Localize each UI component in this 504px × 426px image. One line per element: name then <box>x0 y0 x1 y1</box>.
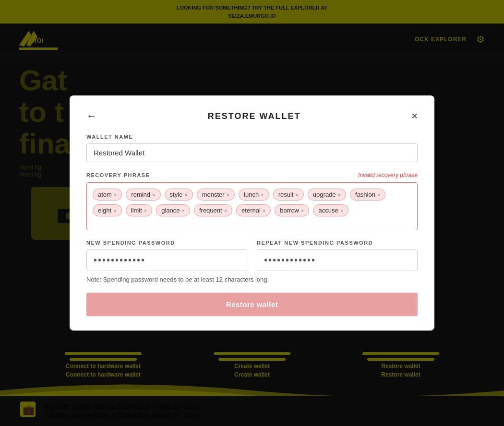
phrase-tag-limit[interactable]: limit × <box>126 204 153 216</box>
phrase-tag-result[interactable]: result × <box>273 189 304 201</box>
recovery-phrase-header: RECOVERY PHRASE Invalid recovery phrase <box>86 172 418 178</box>
repeat-password-col: REPEAT NEW SPENDING PASSWORD <box>257 240 418 271</box>
close-icon: × <box>411 110 418 122</box>
modal-overlay[interactable]: ← RESTORE WALLET × WALLET NAME RECOVERY … <box>0 0 504 426</box>
recovery-phrase-section: RECOVERY PHRASE Invalid recovery phrase … <box>86 172 418 230</box>
phrase-tag-eternal[interactable]: eternal × <box>236 204 271 216</box>
phrase-tag-style[interactable]: style × <box>165 189 193 201</box>
wallet-name-section: WALLET NAME <box>86 134 418 172</box>
remove-fashion-icon[interactable]: × <box>377 192 380 198</box>
restore-wallet-modal: ← RESTORE WALLET × WALLET NAME RECOVERY … <box>70 95 434 331</box>
recovery-phrase-label: RECOVERY PHRASE <box>86 172 150 178</box>
repeat-spending-password-input[interactable] <box>257 249 418 271</box>
remove-remind-icon[interactable]: × <box>152 192 155 198</box>
recovery-error-message: Invalid recovery phrase <box>358 172 418 178</box>
phrase-tag-fashion[interactable]: fashion × <box>350 189 385 201</box>
new-password-col: NEW SPENDING PASSWORD <box>86 240 247 271</box>
phrase-tag-eight[interactable]: eight × <box>93 204 122 216</box>
modal-header: ← RESTORE WALLET × <box>86 110 418 122</box>
repeat-password-label: REPEAT NEW SPENDING PASSWORD <box>257 240 418 246</box>
modal-title: RESTORE WALLET <box>97 111 411 121</box>
phrase-tag-borrow[interactable]: borrow × <box>275 204 309 216</box>
new-spending-password-input[interactable] <box>86 249 247 271</box>
new-password-label: NEW SPENDING PASSWORD <box>86 240 247 246</box>
back-arrow-icon: ← <box>86 110 97 122</box>
remove-eight-icon[interactable]: × <box>113 208 116 213</box>
remove-upgrade-icon[interactable]: × <box>338 192 341 198</box>
remove-limit-icon[interactable]: × <box>144 208 147 213</box>
remove-accuse-icon[interactable]: × <box>340 208 343 213</box>
modal-close-button[interactable]: × <box>411 110 418 122</box>
remove-lunch-icon[interactable]: × <box>261 192 264 198</box>
phrase-tag-atom[interactable]: atom × <box>93 189 122 201</box>
recovery-phrase-input-box[interactable]: atom × remind × style × monster × lunch … <box>86 182 418 230</box>
remove-atom-icon[interactable]: × <box>114 192 117 198</box>
remove-result-icon[interactable]: × <box>295 192 298 198</box>
phrase-tag-remind[interactable]: remind × <box>126 189 160 201</box>
phrase-tag-monster[interactable]: monster × <box>197 189 235 201</box>
phrase-tag-accuse[interactable]: accuse × <box>313 204 348 216</box>
password-note: Note: Spending password needs to be at l… <box>86 276 418 283</box>
phrase-tag-frequent[interactable]: frequent × <box>194 204 232 216</box>
remove-borrow-icon[interactable]: × <box>301 208 304 213</box>
modal-back-button[interactable]: ← <box>86 110 97 122</box>
phrase-tag-glance[interactable]: glance × <box>156 204 190 216</box>
remove-glance-icon[interactable]: × <box>182 208 185 213</box>
wallet-name-label: WALLET NAME <box>86 134 418 140</box>
phrase-tag-lunch[interactable]: lunch × <box>239 189 269 201</box>
wallet-name-input[interactable] <box>86 143 418 162</box>
restore-wallet-button[interactable]: Restore wallet <box>86 293 418 316</box>
remove-frequent-icon[interactable]: × <box>224 208 227 213</box>
remove-eternal-icon[interactable]: × <box>263 208 265 213</box>
remove-monster-icon[interactable]: × <box>227 192 229 198</box>
phrase-tag-upgrade[interactable]: upgrade × <box>308 189 346 201</box>
remove-style-icon[interactable]: × <box>184 192 187 198</box>
password-row: NEW SPENDING PASSWORD REPEAT NEW SPENDIN… <box>86 240 418 271</box>
